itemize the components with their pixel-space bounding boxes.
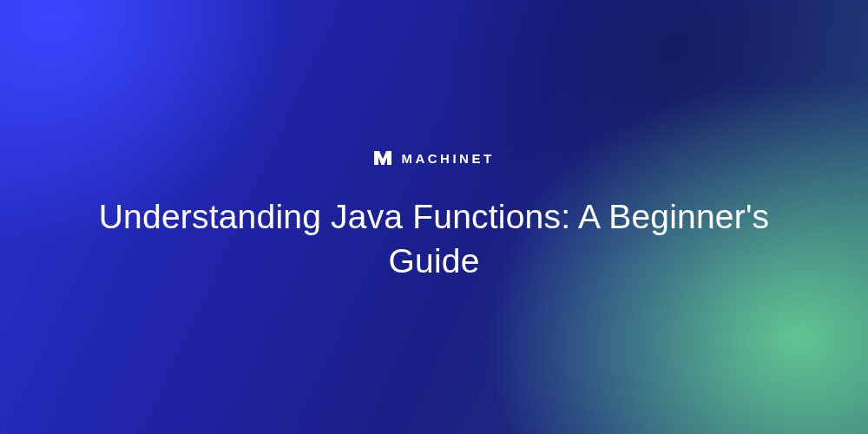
page-title: Understanding Java Functions: A Beginner… [95, 195, 773, 283]
brand-block: MACHINET [373, 150, 494, 166]
machinet-logo-icon [373, 150, 392, 166]
brand-name: MACHINET [401, 151, 494, 166]
